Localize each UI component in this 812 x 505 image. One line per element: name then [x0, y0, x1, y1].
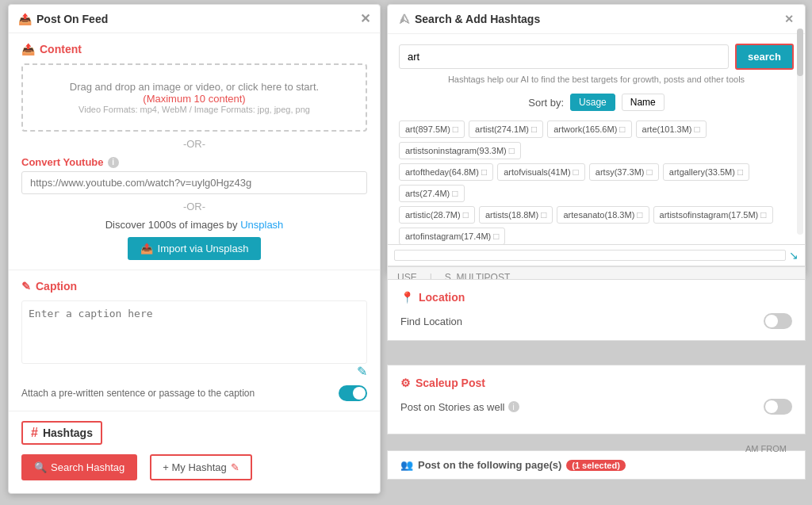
attach-label: Attach a pre-written sentence or passage… — [21, 388, 255, 399]
close-button[interactable]: ✕ — [360, 11, 370, 26]
hashtag-dialog-icon: ⮙ — [399, 13, 410, 25]
sort-row: Sort by: Usage Name — [388, 90, 805, 117]
panel-title: Post On Feed — [36, 13, 108, 25]
chip-artofinstagram[interactable]: artofinstagram(17.4M)□ — [399, 228, 505, 245]
dialog-close-button[interactable]: ✕ — [784, 13, 794, 25]
location-title: 📍 Location — [400, 291, 792, 304]
location-toggle-dot — [765, 315, 778, 327]
chip-artoftheday[interactable]: artoftheday(64.8M)□ — [399, 163, 493, 181]
caption-area-stub — [394, 250, 786, 261]
upload-area[interactable]: Drag and drop an image or video, or clic… — [21, 63, 367, 132]
chip-arts[interactable]: arts(27.4M)□ — [399, 185, 465, 202]
content-section-title: 📤 Content — [21, 43, 367, 55]
hashtag-row-3: artistic(28.7M)□ artists(18.8M)□ artesan… — [399, 206, 794, 245]
youtube-input[interactable] — [21, 171, 367, 194]
toggle-dot — [353, 387, 366, 400]
stories-toggle-dot — [765, 400, 778, 413]
or-divider-2: -OR- — [21, 201, 367, 212]
unsplash-link[interactable]: Unsplash — [240, 219, 283, 231]
hashtag-buttons-row: 🔍 Search Hashtag + My Hashtag ✎ — [21, 454, 367, 480]
chip-add-icon[interactable]: □ — [695, 124, 700, 135]
dialog-scrollbar[interactable] — [797, 29, 803, 235]
convert-youtube-label: Convert Youtube i — [21, 156, 367, 168]
sort-label: Sort by: — [528, 97, 564, 109]
chip-add-icon[interactable]: □ — [637, 209, 642, 220]
caption-edit-icon: ✎ — [21, 364, 367, 379]
find-location-toggle[interactable] — [764, 313, 792, 329]
content-icon: 📤 — [21, 43, 35, 55]
or-divider-1: -OR- — [21, 138, 367, 150]
attach-toggle[interactable] — [339, 385, 367, 401]
search-hashtag-icon: 🔍 — [34, 461, 47, 473]
pages-title: 👥 Post on the following page(s) (1 selec… — [400, 459, 792, 471]
chip-arte[interactable]: arte(101.3M)□ — [636, 121, 707, 138]
scrollbar-thumb — [797, 29, 803, 76]
caption-section: ✎ Caption ✎ Attach a pre-written sentenc… — [9, 270, 380, 411]
convert-info-icon: i — [108, 157, 119, 168]
chip-add-icon[interactable]: □ — [452, 188, 458, 199]
chip-artwork[interactable]: artwork(165.6M)□ — [547, 121, 631, 138]
chip-artesanato[interactable]: artesanato(18.3M)□ — [557, 206, 649, 224]
am-from-label: AM FROM — [745, 444, 787, 453]
import-icon: 📤 — [140, 243, 153, 254]
stories-toggle[interactable] — [764, 399, 792, 415]
hashtag-chips-container: art(897.5M)□ artist(274.1M)□ artwork(165… — [388, 117, 805, 252]
hashtags-label: Hashtags — [43, 427, 93, 439]
caption-attach-row: Attach a pre-written sentence or passage… — [21, 385, 367, 401]
chip-add-icon[interactable]: □ — [760, 209, 766, 220]
caption-icon: ✎ — [21, 280, 31, 293]
upload-icon: 📤 — [18, 13, 32, 25]
chip-add-icon[interactable]: □ — [619, 124, 625, 135]
caption-section-title: ✎ Caption — [21, 280, 367, 293]
chip-artist[interactable]: artist(274.1M)□ — [469, 121, 543, 138]
chip-add-icon[interactable]: □ — [647, 166, 653, 178]
search-hashtag-button[interactable]: 🔍 Search Hashtag — [21, 454, 137, 480]
chip-artsy[interactable]: artsy(37.3M)□ — [589, 163, 659, 181]
pages-selected-badge: (1 selected) — [566, 460, 626, 471]
search-hint: Hashtags help our AI to find the best ta… — [388, 73, 805, 90]
sort-usage-button[interactable]: Usage — [570, 94, 615, 111]
chip-add-icon[interactable]: □ — [737, 166, 743, 178]
chip-add-icon[interactable]: □ — [463, 209, 469, 220]
panel-header: 📤 Post On Feed ✕ — [9, 5, 380, 33]
hashtags-section: # Hashtags 🔍 Search Hashtag + My Hashtag… — [9, 411, 380, 493]
chip-artgallery[interactable]: artgallery(33.5M)□ — [663, 163, 749, 181]
chip-artofvisuals[interactable]: artofvisuals(41M)□ — [497, 163, 585, 181]
hashtag-search-button[interactable]: search — [735, 44, 794, 70]
panel-header-left: 📤 Post On Feed — [18, 13, 108, 25]
chip-add-icon[interactable]: □ — [541, 209, 546, 220]
my-hashtag-button[interactable]: + My Hashtag ✎ — [150, 454, 252, 480]
hashtag-search-bar: search — [388, 34, 805, 73]
find-location-row: Find Location — [400, 313, 792, 329]
scaleup-section: ⚙ Scaleup Post Post on Stories as well i — [387, 365, 806, 434]
chip-add-icon[interactable]: □ — [493, 231, 499, 242]
scale-icon: ⚙ — [400, 377, 411, 389]
chip-add-icon[interactable]: □ — [481, 166, 487, 178]
resize-icon: ↘ — [789, 249, 799, 262]
chip-artistsoninstagram[interactable]: artistsoninstagram(93.3M)□ — [399, 142, 521, 159]
unsplash-text: Discover 1000s of images by Unsplash — [21, 219, 367, 231]
chip-artistic[interactable]: artistic(28.7M)□ — [399, 206, 475, 224]
sort-name-button[interactable]: Name — [622, 94, 665, 111]
chip-art[interactable]: art(897.5M)□ — [399, 121, 465, 138]
chip-add-icon[interactable]: □ — [453, 124, 458, 135]
chip-add-icon[interactable]: □ — [509, 145, 515, 156]
pages-icon: 👥 — [400, 459, 413, 471]
hashtag-search-input[interactable] — [399, 44, 729, 69]
find-location-label: Find Location — [400, 316, 462, 327]
hashtags-title-box: # Hashtags — [21, 421, 102, 445]
upload-formats: Video Formats: mp4, WebM / Image Formats… — [39, 105, 350, 114]
my-hashtag-edit-icon: ✎ — [231, 461, 239, 473]
caption-textarea-behind: ↘ — [387, 244, 806, 266]
chip-add-icon[interactable]: □ — [531, 124, 537, 135]
chip-add-icon[interactable]: □ — [573, 166, 579, 178]
chip-artistsofinstagram[interactable]: artistsofinstagram(17.5M)□ — [653, 206, 773, 224]
hashtag-row-2: artoftheday(64.8M)□ artofvisuals(41M)□ a… — [399, 163, 794, 202]
scaleup-title: ⚙ Scaleup Post — [400, 377, 792, 389]
pages-section: 👥 Post on the following page(s) (1 selec… — [387, 450, 806, 480]
hashtag-dialog: ⮙ Search & Add Hashtags ✕ search Hashtag… — [387, 4, 806, 274]
caption-textarea[interactable] — [21, 300, 367, 364]
hashtag-row-1: art(897.5M)□ artist(274.1M)□ artwork(165… — [399, 121, 794, 159]
import-unsplash-button[interactable]: 📤 Import via Unsplash — [128, 237, 262, 260]
chip-artists[interactable]: artists(18.8M)□ — [479, 206, 553, 224]
